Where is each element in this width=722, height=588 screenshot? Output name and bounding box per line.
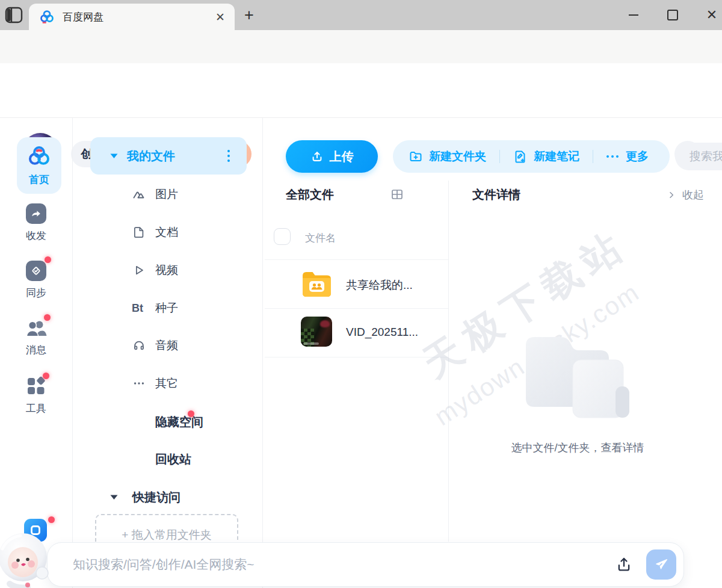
file-row-name[interactable]: 共享给我的... <box>346 277 413 293</box>
browser-navbar: https://pan.baidu.com/disk/main?from=hom… <box>0 30 722 64</box>
new-folder-icon <box>409 149 423 164</box>
details-title: 文件详情 <box>472 187 520 203</box>
share-upload-icon[interactable] <box>615 556 633 574</box>
document-icon <box>132 225 146 240</box>
close-button[interactable]: ✕ <box>702 5 722 25</box>
ai-search-bar[interactable]: 知识搜索/问答/创作/AI全网搜索~ <box>47 542 684 587</box>
browser-titlebar: 百度网盘 ✕ + ✕ <box>0 0 722 30</box>
select-all-checkbox[interactable] <box>274 228 291 245</box>
tree-item-label: 种子 <box>155 300 178 316</box>
empty-state-illustration <box>517 326 644 426</box>
people-icon <box>24 318 48 338</box>
header-divider <box>0 117 722 118</box>
thumbnail-detail <box>320 320 330 327</box>
upload-button[interactable]: 上传 <box>286 140 378 173</box>
tree-item-quick-access[interactable]: 快捷访问 <box>72 488 262 506</box>
tools-grid-icon <box>25 375 47 397</box>
tree-item-videos[interactable]: 视频 <box>72 261 262 279</box>
quick-access-label: 快捷访问 <box>132 489 180 506</box>
new-tab-button[interactable]: + <box>244 6 254 25</box>
send-button[interactable] <box>646 549 676 580</box>
tree-item-hidden-space[interactable]: 隐藏空间 <box>72 413 262 431</box>
tree-item-label: 音频 <box>155 338 178 353</box>
tree-divider <box>262 118 263 588</box>
file-row-name[interactable]: VID_202511... <box>346 326 418 339</box>
empty-state-hint: 选中文件/文件夹，查看详情 <box>463 441 692 455</box>
tree-item-label: 视频 <box>155 262 178 278</box>
site-watermark: 天极下载站 mydown.yesky.com <box>310 111 722 527</box>
row-divider <box>265 308 448 309</box>
more-button[interactable]: 更多 <box>606 149 649 164</box>
sidebar-item-sync[interactable]: 同步 <box>0 261 72 300</box>
upload-icon <box>310 150 324 163</box>
send-receive-icon <box>26 203 46 224</box>
collapse-label: 收起 <box>682 188 704 202</box>
row-divider <box>265 259 448 260</box>
sidebar-item-tools[interactable]: 工具 <box>0 375 72 415</box>
sidebar-item-messages[interactable]: 消息 <box>0 318 72 357</box>
tree-item-torrents[interactable]: Bt 种子 <box>72 299 262 317</box>
drop-hint-label: + 拖入常用文件夹 <box>122 527 211 543</box>
sidebar-item-label: 收发 <box>26 229 46 243</box>
maximize-button[interactable] <box>662 5 683 25</box>
app-header: SVIP 1 创建企业/团队 会员中心 打开客户端 <box>0 63 722 117</box>
search-placeholder: 搜索我的文件 <box>690 149 722 164</box>
tree-item-my-files[interactable]: 我的文件 <box>90 137 247 175</box>
shared-folder-icon[interactable] <box>301 268 333 299</box>
tree-item-images[interactable]: 图片 <box>72 185 262 203</box>
notification-dot <box>43 373 49 379</box>
tab-close-icon[interactable]: ✕ <box>215 10 225 24</box>
tree-item-label: 图片 <box>155 187 178 202</box>
new-note-icon <box>513 149 528 164</box>
video-thumbnail[interactable] <box>301 317 332 347</box>
sidebar-item-transfer[interactable]: 收发 <box>0 203 72 243</box>
toolbar-separator <box>593 150 593 163</box>
thumbnail-caption <box>303 342 319 345</box>
notification-dot <box>44 314 51 321</box>
ai-search-placeholder[interactable]: 知识搜索/问答/创作/AI全网搜索~ <box>73 556 615 573</box>
my-files-menu-icon[interactable] <box>227 150 230 162</box>
ai-mascot[interactable] <box>0 531 59 588</box>
sidebar-item-label: 工具 <box>26 401 46 415</box>
notification-dot <box>188 410 194 417</box>
minimize-button[interactable] <box>623 5 644 25</box>
tree-item-label: 其它 <box>155 376 178 391</box>
chevron-down-icon[interactable] <box>110 152 119 159</box>
notification-dot <box>48 516 55 523</box>
headphones-icon <box>132 338 146 353</box>
grid-view-icon[interactable] <box>390 187 404 202</box>
tree-item-docs[interactable]: 文档 <box>72 223 262 241</box>
collapse-panel-button[interactable]: 收起 <box>667 188 704 202</box>
list-title: 全部文件 <box>286 187 334 203</box>
tree-item-label: 文档 <box>155 224 178 240</box>
tree-item-recycle-bin[interactable]: 回收站 <box>72 450 262 468</box>
more-label: 更多 <box>626 149 649 164</box>
tree-item-others[interactable]: 其它 <box>72 374 262 392</box>
sidebar-item-label: 同步 <box>26 286 46 300</box>
video-play-icon <box>132 263 146 277</box>
tab-title: 百度网盘 <box>63 10 215 24</box>
sidebar-item-label: 首页 <box>29 173 49 187</box>
search-input[interactable]: 搜索我的文件 <box>675 143 722 170</box>
vertical-tabs-icon[interactable] <box>5 7 23 23</box>
netdisk-logo-icon <box>28 145 51 168</box>
baidu-netdisk-favicon <box>40 10 54 24</box>
bt-icon: Bt <box>132 302 143 315</box>
more-dots-icon <box>606 155 619 158</box>
browser-tab[interactable]: 百度网盘 ✕ <box>29 4 235 30</box>
image-icon <box>132 187 146 202</box>
notification-dot <box>45 256 51 263</box>
new-note-button[interactable]: 新建笔记 <box>513 149 579 164</box>
list-detail-divider <box>448 181 449 542</box>
chevron-right-icon <box>667 190 676 200</box>
tree-item-audio[interactable]: 音频 <box>72 336 262 354</box>
new-note-label: 新建笔记 <box>534 149 579 164</box>
upload-label: 上传 <box>330 149 354 165</box>
sidebar-item-label: 消息 <box>26 343 46 357</box>
new-folder-button[interactable]: 新建文件夹 <box>409 149 486 164</box>
hidden-space-label: 隐藏空间 <box>155 414 203 430</box>
chevron-down-icon[interactable] <box>110 494 119 501</box>
new-folder-label: 新建文件夹 <box>429 149 486 164</box>
sidebar-item-home[interactable]: 首页 <box>17 137 61 194</box>
actions-toolbar: 新建文件夹 新建笔记 更多 <box>393 140 670 173</box>
